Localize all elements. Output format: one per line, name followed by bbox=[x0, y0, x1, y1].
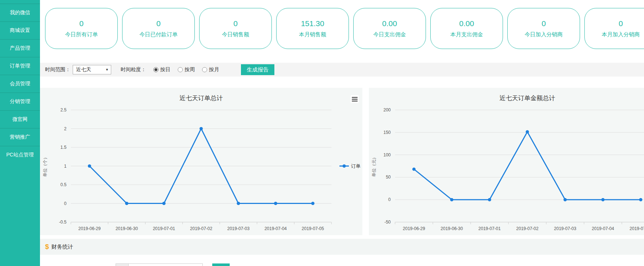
report-filter-bar: 时间范围： 近七天 ▼ 时间粒度： 按日按周按月 生成报告 bbox=[40, 63, 644, 77]
svg-text:2: 2 bbox=[64, 126, 67, 131]
svg-text:单位（元）: 单位（元） bbox=[371, 155, 377, 177]
svg-text:2019-07-05: 2019-07-05 bbox=[302, 226, 324, 231]
stat-card-3: 151.30本月销售额 bbox=[276, 8, 349, 49]
stat-card-value: 0 bbox=[233, 19, 238, 28]
stat-card-value: 0.00 bbox=[459, 19, 474, 28]
stat-card-5: 0.00本月支出佣金 bbox=[430, 8, 503, 49]
svg-text:0: 0 bbox=[64, 201, 67, 206]
bottom-text-input[interactable] bbox=[129, 263, 203, 266]
radio-icon bbox=[178, 67, 183, 72]
generate-report-button[interactable]: 生成报告 bbox=[241, 64, 274, 75]
svg-text:2019-07-05: 2019-07-05 bbox=[629, 226, 644, 231]
radio-icon bbox=[153, 67, 158, 72]
sidebar-item-0[interactable]: 我的微信 bbox=[0, 4, 40, 21]
sidebar-item-5[interactable]: 分销管理 bbox=[0, 93, 40, 110]
sidebar-item-3[interactable]: 订单管理 bbox=[0, 57, 40, 75]
granularity-label: 时间粒度： bbox=[121, 66, 146, 73]
radio-label: 按日 bbox=[160, 66, 170, 73]
charts-row: 2.521.510.50-0.52019-06-292019-06-302019… bbox=[40, 88, 644, 235]
chevron-down-icon: ▼ bbox=[105, 68, 109, 71]
time-range-select[interactable]: 近七天 ▼ bbox=[73, 65, 111, 74]
sidebar-item-1[interactable]: 商城设置 bbox=[0, 21, 40, 39]
svg-text:-0.5: -0.5 bbox=[59, 220, 67, 225]
stat-card-6: 0今日加入分销商 bbox=[507, 8, 580, 49]
radio-icon bbox=[202, 67, 207, 72]
sidebar-item-2[interactable]: 产品管理 bbox=[0, 39, 40, 57]
finance-section-title: 财务统计 bbox=[52, 244, 73, 250]
radio-label: 按周 bbox=[185, 66, 195, 73]
stat-card-1: 0今日已付款订单 bbox=[122, 8, 195, 49]
svg-text:2019-07-03: 2019-07-03 bbox=[227, 226, 250, 231]
chart-panel-orders: 2.521.510.50-0.52019-06-292019-06-302019… bbox=[40, 88, 362, 235]
svg-text:100: 100 bbox=[383, 152, 391, 157]
svg-text:2019-07-01: 2019-07-01 bbox=[478, 226, 501, 231]
radio-label: 按月 bbox=[209, 66, 219, 73]
svg-text:2019-07-03: 2019-07-03 bbox=[554, 226, 576, 231]
stat-cards-row: 0今日所有订单0今日已付款订单0今日销售额151.30本月销售额0.00今日支出… bbox=[40, 0, 644, 49]
main-content: 0今日所有订单0今日已付款订单0今日销售额151.30本月销售额0.00今日支出… bbox=[40, 0, 644, 266]
svg-text:0: 0 bbox=[388, 197, 391, 202]
granularity-radio-1[interactable]: 按周 bbox=[178, 66, 195, 73]
sidebar-item-8[interactable]: PC站点管理 bbox=[0, 146, 40, 164]
sidebar-top-stub bbox=[0, 0, 40, 4]
svg-text:2.5: 2.5 bbox=[60, 107, 67, 112]
stat-card-0: 0今日所有订单 bbox=[45, 8, 118, 49]
svg-text:150: 150 bbox=[383, 130, 391, 135]
orders-line-chart: 2.521.510.50-0.52019-06-292019-06-302019… bbox=[40, 88, 362, 235]
svg-text:2019-06-29: 2019-06-29 bbox=[403, 226, 425, 231]
stat-card-value: 0.00 bbox=[382, 19, 397, 28]
stat-card-value: 0 bbox=[542, 19, 546, 28]
svg-text:1: 1 bbox=[64, 164, 67, 169]
svg-text:2019-07-04: 2019-07-04 bbox=[265, 226, 287, 231]
dollar-icon: $ bbox=[45, 243, 49, 251]
bottom-input-group bbox=[116, 263, 230, 266]
stat-card-value: 151.30 bbox=[301, 19, 324, 28]
stat-card-label: 今日加入分销商 bbox=[525, 31, 563, 38]
stat-card-label: 本月支出佣金 bbox=[450, 31, 483, 38]
time-range-label: 时间范围： bbox=[45, 66, 71, 73]
svg-text:近七天订单金额总计: 近七天订单金额总计 bbox=[500, 95, 555, 102]
svg-text:单位（个）: 单位（个） bbox=[43, 155, 48, 177]
svg-text:2019-07-02: 2019-07-02 bbox=[516, 226, 539, 231]
svg-text:2019-07-02: 2019-07-02 bbox=[190, 226, 213, 231]
sidebar-item-7[interactable]: 营销推广 bbox=[0, 128, 40, 146]
finance-section-header: $ 财务统计 bbox=[40, 239, 644, 255]
svg-text:-50: -50 bbox=[385, 220, 391, 225]
stat-card-label: 今日所有订单 bbox=[65, 31, 98, 38]
time-range-selected-value: 近七天 bbox=[76, 66, 91, 73]
svg-text:1.5: 1.5 bbox=[60, 145, 67, 150]
svg-text:近七天订单总计: 近七天订单总计 bbox=[180, 95, 223, 102]
input-addon-box bbox=[116, 263, 129, 266]
svg-text:50: 50 bbox=[386, 175, 391, 180]
sidebar-item-4[interactable]: 会员管理 bbox=[0, 75, 40, 93]
order-amount-line-chart: 200150100500-502019-06-292019-06-302019-… bbox=[369, 88, 644, 235]
sidebar: 我的微信商城设置产品管理订单管理会员管理分销管理微官网营销推广PC站点管理 bbox=[0, 0, 40, 266]
granularity-radio-group: 按日按周按月 bbox=[146, 66, 219, 73]
stat-card-value: 0 bbox=[619, 19, 623, 28]
svg-text:2019-06-30: 2019-06-30 bbox=[116, 226, 138, 231]
stat-card-label: 本月销售额 bbox=[299, 31, 326, 38]
stat-card-value: 0 bbox=[156, 19, 161, 28]
granularity-radio-2[interactable]: 按月 bbox=[202, 66, 219, 73]
svg-text:2019-07-04: 2019-07-04 bbox=[592, 226, 614, 231]
chart-menu-icon[interactable] bbox=[351, 95, 359, 103]
stat-card-label: 今日已付款订单 bbox=[140, 31, 178, 38]
stat-card-label: 本月加入分销商 bbox=[602, 31, 640, 38]
stat-card-value: 0 bbox=[79, 19, 84, 28]
svg-text:0.5: 0.5 bbox=[60, 182, 67, 187]
svg-text:订单: 订单 bbox=[351, 163, 361, 169]
chart-panel-order-amount: 200150100500-502019-06-292019-06-302019-… bbox=[369, 88, 644, 235]
stat-card-2: 0今日销售额 bbox=[199, 8, 272, 49]
sidebar-item-6[interactable]: 微官网 bbox=[0, 110, 40, 128]
stat-card-7: 0本月加入分销商 bbox=[584, 8, 644, 49]
bottom-action-button[interactable] bbox=[212, 263, 230, 266]
stat-card-label: 今日销售额 bbox=[222, 31, 249, 38]
stat-card-label: 今日支出佣金 bbox=[373, 31, 406, 38]
stat-card-4: 0.00今日支出佣金 bbox=[353, 8, 426, 49]
svg-text:2019-07-01: 2019-07-01 bbox=[153, 226, 175, 231]
svg-text:200: 200 bbox=[383, 107, 391, 112]
granularity-radio-0[interactable]: 按日 bbox=[153, 66, 170, 73]
svg-text:2019-06-30: 2019-06-30 bbox=[440, 226, 463, 231]
svg-text:2019-06-29: 2019-06-29 bbox=[79, 226, 101, 231]
